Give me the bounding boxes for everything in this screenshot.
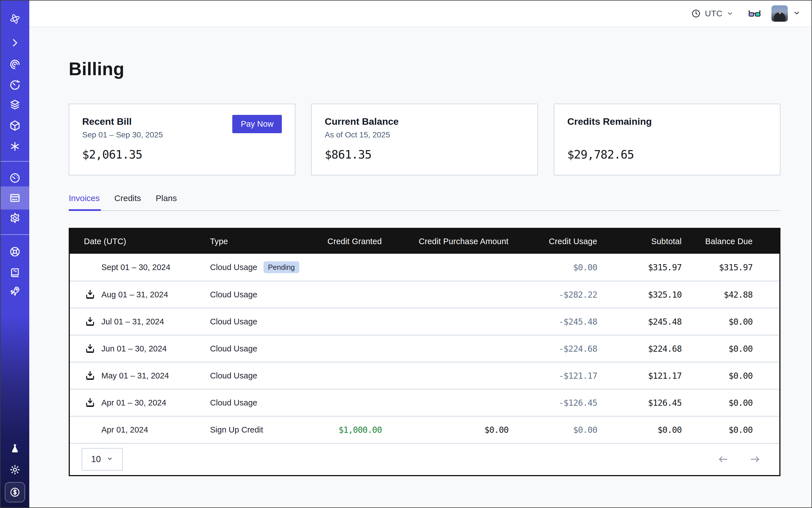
credit-usage-value: -$121.17	[509, 371, 597, 381]
status-badge: Pending	[263, 261, 299, 273]
chevron-down-icon	[726, 10, 734, 17]
summary-cards: Recent Bill Sep 01 – Sep 30, 2025 $2,061…	[69, 103, 780, 175]
glasses-icon[interactable]	[748, 9, 761, 18]
balance-due-value: $315.97	[682, 262, 779, 272]
invoice-row: Apr 01 – 30, 2024 Cloud Usage -$126.45 $…	[70, 389, 779, 416]
invoice-date-cell: Apr 01 – 30, 2024	[70, 396, 210, 409]
credit-granted-value: $1,000.00	[311, 425, 382, 435]
sidebar	[1, 1, 29, 507]
previous-page-button[interactable]	[716, 453, 730, 466]
docs-book-icon[interactable]	[1, 266, 29, 279]
page-size-select[interactable]: 10	[82, 448, 123, 471]
tracing-icon[interactable]	[1, 58, 29, 71]
invoice-date: May 01 – 31, 2024	[101, 371, 169, 380]
subtotal-value: $121.17	[597, 371, 682, 381]
invoice-type: Cloud Usage	[210, 290, 257, 299]
invoice-date-cell: Sept 01 – 30, 2024	[70, 261, 210, 273]
col-date: Date (UTC)	[70, 237, 210, 246]
next-page-button[interactable]	[749, 453, 762, 466]
sidebar-divider	[1, 234, 29, 235]
invoice-type: Cloud Usage	[210, 263, 257, 272]
invoice-row: Sept 01 – 30, 2024 Cloud Usage Pending $…	[70, 254, 779, 281]
invoice-date: Apr 01, 2024	[101, 425, 148, 434]
asterisk-icon[interactable]	[1, 140, 29, 153]
subtotal-value: $224.68	[597, 344, 682, 354]
invoice-date: Aug 01 – 31, 2024	[101, 290, 168, 299]
page-title: Billing	[69, 58, 811, 79]
billing-card-icon[interactable]	[1, 192, 29, 204]
download-invoice-button[interactable]	[84, 315, 96, 328]
invoice-row: Jul 01 – 31, 2024 Cloud Usage -$245.48 $…	[70, 308, 779, 335]
invoice-row: Apr 01, 2024 Sign Up Credit $1,000.00 $0…	[70, 416, 779, 443]
credits-remaining-card: Credits Remaining $29,782.65	[554, 103, 780, 175]
invoice-type: Cloud Usage	[210, 371, 257, 380]
download-invoice-button[interactable]	[84, 342, 96, 355]
invoice-row: Jun 01 – 30, 2024 Cloud Usage -$224.68 $…	[70, 335, 779, 362]
download-invoice-button[interactable]	[84, 396, 96, 409]
credit-usage-value: $0.00	[509, 262, 597, 272]
usage-gauge-icon[interactable]	[1, 172, 29, 184]
download-invoice-button[interactable]	[84, 288, 96, 301]
tab-invoices[interactable]: Invoices	[69, 194, 101, 211]
layers-icon[interactable]	[1, 98, 29, 111]
rewards-dollar-icon[interactable]	[5, 482, 25, 502]
table-footer: 10	[70, 443, 779, 475]
invoice-type: Cloud Usage	[210, 344, 257, 353]
card-title: Current Balance	[325, 116, 524, 127]
invoice-date-cell: Apr 01, 2024	[70, 424, 210, 436]
settings-gear-icon[interactable]	[1, 212, 29, 224]
tab-plans[interactable]: Plans	[156, 194, 178, 211]
rocket-icon[interactable]	[1, 285, 29, 297]
col-credit-purchase-amount: Credit Purchase Amount	[382, 237, 509, 246]
support-helm-icon[interactable]	[1, 246, 29, 258]
invoice-type: Cloud Usage	[210, 317, 257, 326]
balance-due-value: $0.00	[682, 344, 779, 354]
subtotal-value: $0.00	[597, 425, 682, 435]
recent-bill-card: Recent Bill Sep 01 – Sep 30, 2025 $2,061…	[69, 103, 295, 175]
download-invoice-button[interactable]	[84, 370, 96, 382]
billing-page: UTC Billing Recent Bill Sep 01 – Sep 30,…	[0, 0, 812, 508]
col-credit-granted: Credit Granted	[311, 237, 382, 246]
invoice-date-cell: Jun 01 – 30, 2024	[70, 342, 210, 355]
timer-icon[interactable]	[1, 79, 29, 91]
expand-sidebar-icon[interactable]	[1, 37, 29, 49]
chevron-down-icon	[106, 455, 113, 463]
invoice-date-cell: May 01 – 31, 2024	[70, 370, 210, 382]
credit-usage-value: -$224.68	[509, 344, 597, 354]
col-credit-usage: Credit Usage	[509, 237, 597, 246]
tab-credits[interactable]: Credits	[114, 194, 142, 211]
timezone-picker[interactable]: UTC	[691, 9, 734, 18]
invoice-type-cell: Cloud Usage	[210, 398, 311, 408]
credit-usage-value: -$282.22	[509, 290, 597, 300]
invoice-date: Jun 01 – 30, 2024	[101, 344, 167, 353]
timezone-label: UTC	[705, 9, 722, 18]
balance-due-value: $0.00	[682, 317, 779, 327]
theme-sun-icon[interactable]	[1, 464, 29, 476]
credit-purchase-amount-value: $0.00	[382, 425, 509, 435]
pay-now-button[interactable]: Pay Now	[232, 115, 282, 133]
invoice-row: May 01 – 31, 2024 Cloud Usage -$121.17 $…	[70, 362, 779, 389]
logo-icon[interactable]	[1, 13, 29, 25]
credit-usage-value: $0.00	[509, 425, 597, 435]
invoice-type-cell: Cloud Usage	[210, 371, 311, 380]
cube-icon[interactable]	[1, 119, 29, 132]
subtotal-value: $126.45	[597, 398, 682, 408]
invoice-type-cell: Cloud Usage	[210, 290, 311, 299]
account-menu[interactable]	[771, 5, 801, 22]
topbar: UTC	[29, 1, 811, 27]
credit-usage-value: -$126.45	[509, 398, 597, 408]
user-avatar[interactable]	[771, 5, 788, 22]
pagination-controls	[716, 453, 762, 466]
invoice-type-cell: Cloud Usage Pending	[210, 261, 311, 273]
invoice-row: Aug 01 – 31, 2024 Cloud Usage -$282.22 $…	[70, 281, 779, 308]
invoice-table-body: Sept 01 – 30, 2024 Cloud Usage Pending $…	[70, 254, 779, 443]
card-subtitle-spacer	[567, 130, 767, 140]
subtotal-value: $325.10	[597, 290, 682, 300]
labs-flask-icon[interactable]	[1, 443, 29, 455]
balance-due-value: $42.88	[682, 290, 779, 300]
invoices-table: Date (UTC) Type Credit Granted Credit Pu…	[69, 228, 780, 476]
balance-due-value: $0.00	[682, 398, 779, 408]
invoice-type-cell: Sign Up Credit	[210, 425, 311, 434]
invoice-date: Sept 01 – 30, 2024	[101, 263, 170, 272]
subtotal-value: $245.48	[597, 317, 682, 327]
